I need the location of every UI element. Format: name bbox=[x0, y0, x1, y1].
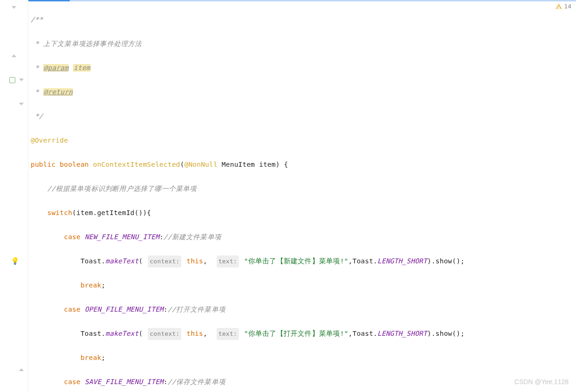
comment: //根据菜单项标识判断用户选择了哪一个菜单项 bbox=[47, 185, 197, 192]
javadoc-param-tag: @param bbox=[43, 64, 69, 72]
watermark: CSDN @Yee.1128 bbox=[515, 378, 569, 385]
param-hint: context: bbox=[148, 255, 181, 268]
javadoc-end: */ bbox=[31, 112, 43, 120]
fold-toggle-icon[interactable] bbox=[19, 368, 24, 371]
const-open: OPEN_FILE_MENU_ITEM bbox=[85, 306, 164, 313]
intention-bulb-icon[interactable]: 💡 bbox=[11, 257, 20, 265]
code-editor[interactable]: 14 💡 /** * 上下文菜单项选择事件处理方法 * @param item … bbox=[0, 0, 576, 392]
method-name: onContextItemSelected bbox=[93, 161, 180, 168]
const-new: NEW_FILE_MENU_ITEM bbox=[85, 233, 159, 241]
fold-toggle-icon[interactable] bbox=[12, 54, 16, 57]
javadoc-start: /** bbox=[31, 16, 43, 23]
param-hint: text: bbox=[217, 255, 239, 268]
gutter[interactable]: 💡 bbox=[0, 0, 28, 392]
fold-toggle-icon[interactable] bbox=[19, 78, 24, 81]
fold-toggle-icon[interactable] bbox=[12, 6, 16, 9]
string-literal: "你单击了【新建文件】菜单项!" bbox=[244, 257, 348, 265]
code-area[interactable]: /** * 上下文菜单项选择事件处理方法 * @param item * @re… bbox=[31, 1, 576, 392]
javadoc-return-tag: @return bbox=[43, 88, 73, 96]
override-annotation: @Override bbox=[31, 137, 68, 144]
const-save: SAVE_FILE_MENU_ITEM bbox=[85, 378, 164, 385]
javadoc-param-name: item bbox=[73, 64, 91, 72]
fold-toggle-icon[interactable] bbox=[19, 103, 24, 105]
javadoc-desc: * 上下文菜单项选择事件处理方法 bbox=[31, 40, 142, 47]
